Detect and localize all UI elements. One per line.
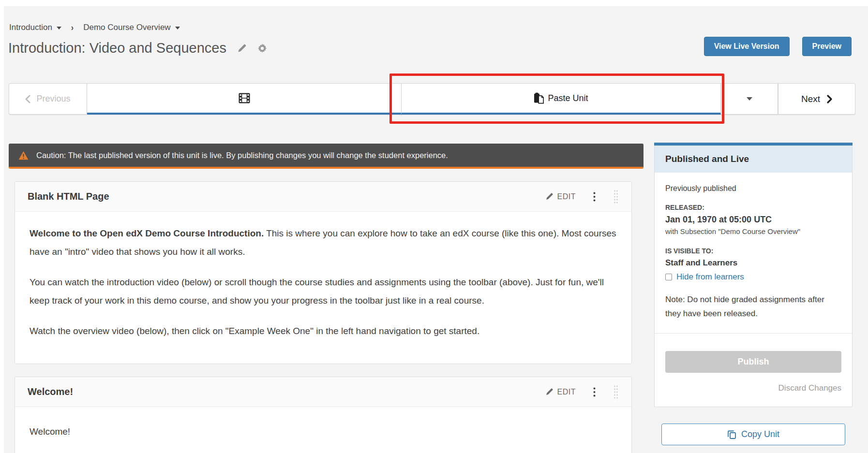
hide-from-learners-checkbox[interactable] xyxy=(665,274,672,280)
component-body: Welcome! xyxy=(15,407,631,453)
breadcrumb-section[interactable]: Introduction xyxy=(9,23,61,32)
warning-banner-text: Caution: The last published version of t… xyxy=(36,151,448,160)
tab-video-unit[interactable] xyxy=(87,83,402,115)
component-menu-kebab-icon[interactable] xyxy=(593,387,596,397)
publish-panel-title: Published and Live xyxy=(655,146,852,173)
pencil-icon xyxy=(545,388,554,396)
copy-unit-label: Copy Unit xyxy=(741,429,779,439)
discard-changes-link[interactable]: Discard Changes xyxy=(665,383,841,393)
component-card-header: Welcome! EDIT xyxy=(15,377,631,407)
visible-to-label: IS VISIBLE TO: xyxy=(665,247,841,255)
studio-unit-page: Introduction › Demo Course Overview Intr… xyxy=(4,6,868,453)
publish-button[interactable]: Publish xyxy=(665,351,841,373)
body-paragraph: Watch the overview video (below), then c… xyxy=(30,322,617,340)
drag-handle-icon[interactable] xyxy=(613,385,619,399)
hide-from-learners-label: Hide from learners xyxy=(676,272,744,282)
annotation-red-box xyxy=(389,73,724,124)
released-with-subsection: with Subsection "Demo Course Overview" xyxy=(665,227,841,235)
component-title: Welcome! xyxy=(28,386,73,397)
unit-content-column: Caution: The last published version of t… xyxy=(9,144,644,453)
paragraph-lead: Welcome to the Open edX Demo Course Intr… xyxy=(30,228,264,238)
released-date: Jan 01, 1970 at 05:00 UTC xyxy=(665,215,841,225)
drag-handle-icon[interactable] xyxy=(613,190,619,204)
previous-button[interactable]: Previous xyxy=(9,83,87,115)
component-title: Blank HTML Page xyxy=(28,191,109,202)
film-icon xyxy=(239,93,250,103)
body-paragraph: You can watch the introduction video (be… xyxy=(30,273,617,310)
caret-down-icon xyxy=(175,27,180,29)
released-label: RELEASED: xyxy=(665,204,841,211)
component-card-welcome: Welcome! EDIT Welcome! xyxy=(15,377,632,453)
breadcrumb: Introduction › Demo Course Overview xyxy=(9,23,180,32)
caret-down-icon xyxy=(747,97,752,101)
breadcrumb-section-label: Introduction xyxy=(9,23,52,32)
copy-icon xyxy=(727,430,736,439)
live-unit-warning-banner: Caution: The last published version of t… xyxy=(9,144,644,169)
publish-status: Previously published xyxy=(665,184,841,193)
sequence-overflow-dropdown[interactable] xyxy=(721,83,778,115)
publish-sidebar: Published and Live Previously published … xyxy=(654,143,853,445)
next-button[interactable]: Next xyxy=(778,83,855,115)
view-live-version-button[interactable]: View Live Version xyxy=(704,37,790,56)
component-body: Welcome to the Open edX Demo Course Intr… xyxy=(15,212,631,364)
caret-down-icon xyxy=(57,27,61,29)
hide-from-learners-control[interactable]: Hide from learners xyxy=(665,272,841,282)
edit-title-pencil-icon[interactable] xyxy=(237,44,247,53)
edit-button[interactable]: EDIT xyxy=(545,388,576,396)
previous-label: Previous xyxy=(36,94,70,104)
preview-button[interactable]: Preview xyxy=(802,37,852,56)
edit-button[interactable]: EDIT xyxy=(545,192,576,201)
body-paragraph: Welcome to the Open edX Demo Course Intr… xyxy=(30,224,617,261)
component-card-blank-html-page: Blank HTML Page EDIT Welcome to the Open… xyxy=(15,181,632,364)
unit-settings-gear-icon[interactable] xyxy=(257,44,267,53)
publish-panel-footer: Publish Discard Changes xyxy=(655,333,852,407)
edit-button-label: EDIT xyxy=(557,388,576,396)
publish-panel: Published and Live Previously published … xyxy=(654,146,853,407)
copy-unit-button[interactable]: Copy Unit xyxy=(661,424,845,445)
component-card-header: Blank HTML Page EDIT xyxy=(15,182,631,212)
chevron-right-icon xyxy=(827,95,832,103)
breadcrumb-separator-icon: › xyxy=(68,22,76,33)
chevron-left-icon xyxy=(25,95,30,103)
publish-note: Note: Do not hide graded assignments aft… xyxy=(665,292,841,331)
breadcrumb-subsection[interactable]: Demo Course Overview xyxy=(83,23,180,32)
warning-triangle-icon xyxy=(18,151,29,160)
next-label: Next xyxy=(801,94,820,104)
page-title: Introduction: Video and Sequences xyxy=(8,40,226,56)
breadcrumb-subsection-label: Demo Course Overview xyxy=(83,23,170,32)
visible-to-value: Staff and Learners xyxy=(665,258,841,268)
pencil-icon xyxy=(545,192,554,201)
component-menu-kebab-icon[interactable] xyxy=(593,192,596,202)
edit-button-label: EDIT xyxy=(557,192,576,201)
paragraph-lead: Welcome! xyxy=(30,426,70,437)
